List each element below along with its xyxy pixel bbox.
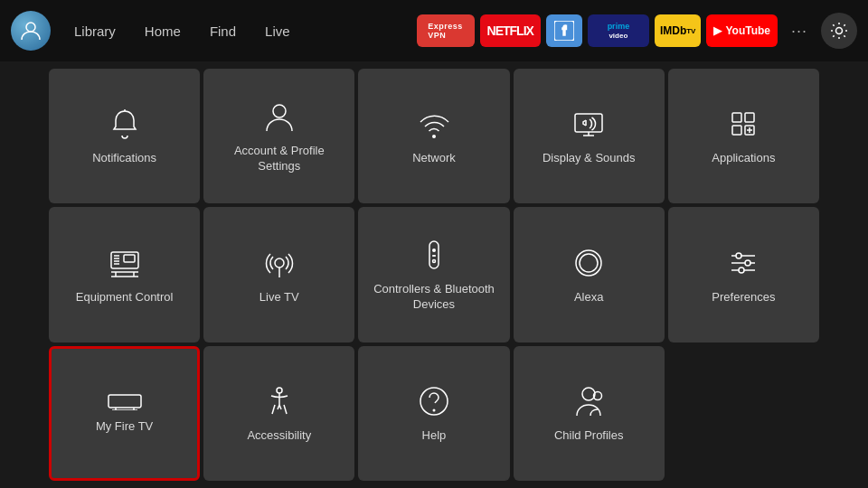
notifications-label: Notifications [92, 151, 156, 166]
antenna-icon [261, 245, 297, 281]
display-icon [571, 106, 607, 142]
grid-item-network[interactable]: Network [358, 69, 509, 203]
grid-item-notifications[interactable]: Notifications [49, 69, 200, 203]
svg-rect-42 [108, 395, 141, 408]
app-prime[interactable]: prime video [588, 14, 649, 47]
equipment-control-label: Equipment Control [76, 290, 174, 305]
grid-item-account[interactable]: Account & Profile Settings [203, 69, 354, 203]
grid-item-controllers[interactable]: Controllers & Bluetooth Devices [358, 207, 509, 342]
svg-point-41 [739, 267, 744, 273]
alexa-icon [571, 245, 607, 281]
accessibility-icon [261, 383, 297, 419]
firetv-icon [107, 392, 143, 410]
controllers-label: Controllers & Bluetooth Devices [367, 282, 500, 313]
svg-rect-26 [124, 255, 135, 262]
nav-find[interactable]: Find [197, 18, 249, 44]
svg-point-33 [432, 260, 435, 263]
svg-rect-12 [745, 113, 754, 122]
app-shortcuts: ExpressVPN NETFLIX f prime video IMDbTV … [417, 13, 857, 49]
svg-point-3 [836, 28, 843, 34]
grid-item-help[interactable]: Help [358, 346, 509, 481]
app-expressvpn[interactable]: ExpressVPN [417, 14, 475, 47]
child-icon [571, 383, 607, 419]
more-apps-button[interactable]: ··· [783, 14, 816, 47]
grid-item-equipment-control[interactable]: Equipment Control [49, 207, 200, 342]
network-label: Network [412, 151, 456, 166]
bell-icon [107, 106, 143, 142]
grid-item-child-profiles[interactable]: Child Profiles [514, 346, 665, 481]
nav-live[interactable]: Live [252, 18, 303, 44]
grid-item-display-sounds[interactable]: Display & Sounds [514, 69, 665, 203]
help-icon [416, 383, 452, 419]
svg-point-50 [582, 388, 595, 400]
svg-point-39 [736, 253, 741, 258]
settings-button[interactable] [821, 13, 857, 49]
grid-item-live-tv[interactable]: Live TV [203, 207, 354, 342]
svg-point-5 [273, 105, 286, 117]
app-netflix[interactable]: NETFLIX [480, 14, 541, 47]
display-sounds-label: Display & Sounds [542, 151, 636, 166]
applications-label: Applications [712, 151, 775, 166]
help-label: Help [422, 428, 447, 444]
svg-point-35 [580, 254, 598, 272]
grid-item-my-fire-tv[interactable]: My Fire TV [49, 346, 200, 481]
alexa-label: Alexa [574, 290, 604, 305]
svg-point-6 [432, 135, 436, 138]
live-tv-label: Live TV [259, 290, 299, 305]
remote-icon [416, 237, 452, 273]
grid-item-preferences[interactable]: Preferences [668, 207, 819, 342]
nav-library[interactable]: Library [61, 18, 128, 44]
grid-item-accessibility[interactable]: Accessibility [203, 346, 354, 481]
my-fire-tv-label: My Fire TV [96, 419, 153, 435]
tv-icon [107, 245, 143, 281]
sliders-icon [725, 245, 761, 281]
top-navigation: Library Home Find Live ExpressVPN NETFLI… [0, 0, 868, 61]
apps-icon [725, 106, 761, 142]
wifi-icon [416, 106, 452, 142]
svg-point-27 [275, 258, 284, 267]
grid-item-applications[interactable]: Applications [668, 69, 819, 203]
svg-rect-11 [732, 113, 741, 122]
avatar[interactable] [11, 11, 51, 51]
settings-grid: Notifications Account & Profile Settings… [0, 61, 868, 488]
app-imdb[interactable]: IMDbTV [655, 14, 702, 47]
svg-point-30 [432, 249, 436, 252]
svg-rect-13 [732, 126, 741, 135]
child-profiles-label: Child Profiles [554, 428, 624, 444]
app-youtube[interactable]: ▶YouTube [706, 14, 778, 47]
svg-point-46 [277, 388, 282, 393]
preferences-label: Preferences [712, 290, 775, 305]
svg-rect-7 [575, 114, 602, 132]
nav-home[interactable]: Home [132, 18, 193, 44]
nav-links: Library Home Find Live [61, 18, 303, 44]
svg-point-0 [26, 23, 35, 32]
accessibility-label: Accessibility [247, 428, 311, 444]
grid-item-alexa[interactable]: Alexa [514, 207, 665, 342]
account-label: Account & Profile Settings [212, 144, 345, 174]
svg-text:f: f [562, 23, 567, 38]
svg-point-40 [745, 260, 750, 266]
person-icon [261, 99, 297, 135]
app-freevee[interactable]: f [546, 14, 582, 47]
svg-point-49 [432, 408, 435, 411]
